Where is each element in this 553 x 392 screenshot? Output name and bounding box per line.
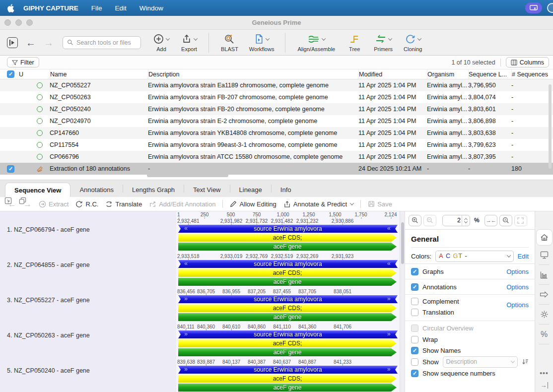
table-row[interactable]: NZ_CP055227 Erwinia amylovora strain Ea1… xyxy=(0,79,553,91)
search-box[interactable] xyxy=(63,36,141,49)
header-organism[interactable]: Organism xyxy=(427,69,468,79)
annotations-panel-tab[interactable] xyxy=(536,286,553,303)
sequence-name[interactable]: 1. NZ_CP066794 - aceF gene xyxy=(7,226,90,233)
align-assemble-button[interactable]: Align/Assemble xyxy=(297,33,335,52)
row-checkbox[interactable]: ✓ xyxy=(7,165,14,173)
source-annotation-bar[interactable]: «source Erwinia amylovora« xyxy=(178,225,398,233)
more-options-icon[interactable]: ••• xyxy=(535,369,553,377)
tab-lineage[interactable]: Lineage xyxy=(230,183,271,197)
graphs-panel-tab[interactable] xyxy=(536,266,553,283)
header-num-sequences[interactable]: # Sequences xyxy=(511,69,553,79)
table-row-selected[interactable]: ✓ Extraction of 180 annotations - 24 Dec… xyxy=(0,163,553,175)
cds-annotation-bar[interactable]: aceF CDS; xyxy=(178,234,397,242)
colors-edit-link[interactable]: Edit xyxy=(518,253,529,260)
table-row[interactable]: CP147660 Erwinia amylovora strain YKB148… xyxy=(0,127,553,139)
tab-text-view[interactable]: Text View xyxy=(184,183,229,197)
zoom-to-selection-button[interactable]: A xyxy=(499,215,512,226)
menu-file[interactable]: File xyxy=(91,4,102,12)
menu-edit[interactable]: Edit xyxy=(115,4,127,12)
screen-sharing-indicator[interactable] xyxy=(525,2,542,13)
show-field-checkbox[interactable] xyxy=(411,358,418,366)
advanced-panel-tab[interactable] xyxy=(536,306,553,323)
table-row[interactable]: CP066796 Erwinia amylovora strain ATCC 1… xyxy=(0,151,553,163)
header-name[interactable]: Name xyxy=(50,69,148,79)
cds-annotation-bar[interactable]: aceF CDS; xyxy=(178,304,397,312)
show-sequence-numbers-checkbox[interactable]: ✓ xyxy=(411,370,418,377)
translate-button[interactable]: Translate xyxy=(105,200,142,208)
table-row[interactable]: CP117554 Erwinia amylovora strain 99east… xyxy=(0,139,553,151)
graphs-checkbox[interactable]: ✓ xyxy=(411,268,418,275)
zoom-level-field[interactable] xyxy=(442,215,470,226)
zoom-stepper[interactable] xyxy=(462,215,470,226)
header-description[interactable]: Description xyxy=(148,69,358,79)
sequence-vertical-scrollbar[interactable] xyxy=(400,211,405,392)
primers-button[interactable]: Primers xyxy=(374,33,393,52)
filter-button[interactable]: Filter xyxy=(7,57,39,67)
translation-options-link[interactable]: Options xyxy=(506,301,529,309)
display-panel-tab[interactable] xyxy=(536,247,553,263)
allow-editing-button[interactable]: Allow Editing xyxy=(230,200,276,208)
tab-lengths-graph[interactable]: Lengths Graph xyxy=(123,183,184,197)
general-panel-tab[interactable] xyxy=(536,229,553,246)
sequence-name[interactable]: 5. NZ_CP050240 - aceF gene xyxy=(7,367,90,374)
show-names-checkbox[interactable]: ✓ xyxy=(411,347,418,354)
source-annotation-bar[interactable]: »source Erwinia amylovora» xyxy=(178,295,398,303)
table-row[interactable]: NZ_CP050240 Erwinia amylovora strain FB-… xyxy=(0,103,553,115)
gene-annotation-bar[interactable]: aceF gene xyxy=(178,384,397,392)
table-horizontal-scrollbar[interactable] xyxy=(147,174,228,177)
gene-annotation-bar[interactable]: aceF gene xyxy=(178,348,397,356)
workflows-button[interactable]: Workflows xyxy=(249,33,275,52)
wrap-checkbox[interactable] xyxy=(411,336,418,343)
colors-dropdown[interactable]: A C GT - xyxy=(435,251,513,262)
table-vertical-scrollbar[interactable] xyxy=(549,84,552,169)
select-all-checkbox[interactable]: ✓ xyxy=(7,70,14,78)
annotations-checkbox[interactable]: ✓ xyxy=(411,283,418,291)
translation-checkbox[interactable] xyxy=(411,309,418,316)
export-button[interactable]: Export xyxy=(181,33,198,52)
popout-view-icon[interactable] xyxy=(4,197,12,204)
toggle-sidebar-icon[interactable] xyxy=(7,37,18,48)
table-row[interactable]: NZ_CP050263 Erwinia amylovora strain FB-… xyxy=(0,91,553,103)
sort-icon[interactable] xyxy=(522,359,529,365)
header-sequence-length[interactable]: Sequence L... xyxy=(468,69,511,79)
fit-to-view-button[interactable]: →← xyxy=(484,215,497,226)
source-annotation-bar[interactable]: »source Erwinia amylovora» xyxy=(178,366,398,374)
columns-button[interactable]: Columns xyxy=(506,57,549,67)
tab-annotations[interactable]: Annotations xyxy=(70,183,123,197)
gene-annotation-bar[interactable]: aceF gene xyxy=(178,313,397,321)
tree-button[interactable]: Tree xyxy=(346,33,363,52)
header-unread[interactable]: U xyxy=(19,71,23,78)
collapse-panel-icon[interactable]: → xyxy=(541,382,548,389)
source-annotation-bar[interactable]: «source Erwinia amylovora« xyxy=(178,260,398,268)
sequence-name[interactable]: 3. NZ_CP055227 - aceF gene xyxy=(7,297,90,304)
cds-annotation-bar[interactable]: aceF CDS; xyxy=(178,375,397,383)
complement-checkbox[interactable] xyxy=(411,298,418,305)
menu-app-name[interactable]: GIPHY CAPTURE xyxy=(23,4,78,12)
duplicate-view-icon[interactable] xyxy=(19,197,26,204)
gene-annotation-bar[interactable]: aceF gene xyxy=(178,243,397,251)
sequence-name[interactable]: 2. NZ_CP064855 - aceF gene xyxy=(7,261,90,268)
header-modified[interactable]: Modified xyxy=(358,69,427,79)
add-button[interactable]: Add xyxy=(153,33,170,52)
cds-annotation-bar[interactable]: aceF CDS; xyxy=(178,269,397,277)
table-row[interactable]: NZ_CP024970 Erwinia amylovora strain E-2… xyxy=(0,115,553,127)
menu-window[interactable]: Window xyxy=(139,4,163,12)
zoom-level-input[interactable] xyxy=(443,217,462,224)
menu-status-icon[interactable] xyxy=(547,3,553,13)
cloning-button[interactable]: Cloning xyxy=(404,33,422,52)
zoom-in-button[interactable] xyxy=(409,215,421,226)
annotations-options-link[interactable]: Options xyxy=(506,283,529,291)
source-annotation-bar[interactable]: »source Erwinia amylovora» xyxy=(178,330,398,338)
blast-button[interactable]: BLAST xyxy=(221,33,238,52)
annotate-predict-button[interactable]: Annotate & Predict xyxy=(283,200,353,208)
gene-annotation-bar[interactable]: aceF gene xyxy=(178,278,397,286)
reverse-complement-button[interactable]: R.C. xyxy=(75,200,98,208)
search-input[interactable] xyxy=(76,39,135,46)
sequence-name[interactable]: 4. NZ_CP050263 - aceF gene xyxy=(7,332,90,339)
tab-sequence-view[interactable]: Sequence View xyxy=(5,183,70,197)
identity-panel-tab[interactable]: % xyxy=(536,326,553,342)
graphs-options-link[interactable]: Options xyxy=(506,268,529,275)
tab-info[interactable]: Info xyxy=(272,183,300,197)
apple-logo-icon[interactable] xyxy=(7,4,14,12)
back-arrow-icon[interactable]: ← xyxy=(26,38,36,48)
